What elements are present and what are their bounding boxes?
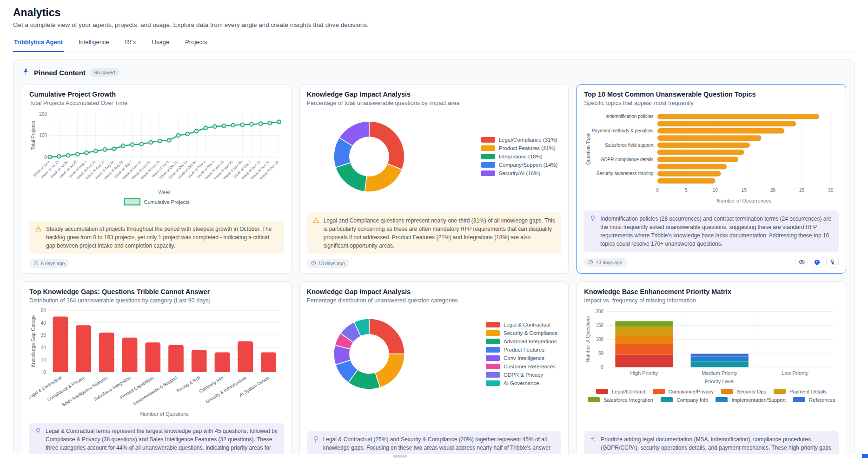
legend-swatch xyxy=(486,372,500,378)
unpin-button[interactable] xyxy=(826,257,839,268)
svg-text:20: 20 xyxy=(41,345,46,350)
card-actions xyxy=(795,257,839,268)
card-title: Cumulative Project Growth xyxy=(29,91,284,98)
svg-text:Security & Infrastructure: Security & Infrastructure xyxy=(205,375,247,404)
legend-swatch xyxy=(486,330,500,336)
legend-swatch xyxy=(774,389,786,394)
legend-swatch xyxy=(481,154,495,159)
pinned-cards-grid: Cumulative Project Growth Total Projects… xyxy=(22,84,846,458)
card-top-knowledge-gaps[interactable]: Top Knowledge Gaps: Questions Tribble Ca… xyxy=(22,281,292,458)
annotation-insight: Indemnification policies (28 occurrences… xyxy=(584,210,839,252)
saved-count-badge: 66 saved xyxy=(90,68,120,77)
annotation-warning: Legal and Compliance questions represent… xyxy=(307,212,562,254)
svg-text:Payment methods & penalties: Payment methods & penalties xyxy=(592,128,654,133)
svg-text:Cumulative Projects: Cumulative Projects xyxy=(144,199,190,205)
legend-item: Company/Support (14%) xyxy=(481,162,558,168)
card-subtitle: Impact vs. frequency of missing informat… xyxy=(584,297,839,304)
warning-icon xyxy=(312,217,319,250)
tab-intelligence[interactable]: Intelligence xyxy=(78,36,110,52)
svg-text:Number of Occurrences: Number of Occurrences xyxy=(717,198,772,203)
card-title: Knowledge Base Enhancement Priority Matr… xyxy=(584,288,839,295)
card-title: Top Knowledge Gaps: Questions Tribble Ca… xyxy=(29,288,284,295)
line-chart: 0100200Week of Jul 6Week of Jul 13Week o… xyxy=(29,110,284,209)
svg-text:Implementation & Support: Implementation & Support xyxy=(132,375,178,406)
svg-text:Low Priority: Low Priority xyxy=(782,371,808,376)
legend-item: Payment Details xyxy=(774,389,827,394)
legend-swatch xyxy=(486,380,500,386)
tab-usage[interactable]: Usage xyxy=(151,36,171,52)
warning-icon xyxy=(35,225,42,250)
legend-item: References xyxy=(793,397,835,403)
card-priority-matrix[interactable]: Knowledge Base Enhancement Priority Matr… xyxy=(576,281,846,458)
card-knowledge-gap-impact-analysis[interactable]: Knowledge Gap Impact Analysis Percentage… xyxy=(299,84,569,274)
svg-text:GDPR compliance details: GDPR compliance details xyxy=(601,157,654,162)
clock-icon xyxy=(588,260,593,266)
timestamp-pill: 13 days ago xyxy=(307,259,349,268)
scrollbar-thumb[interactable] xyxy=(393,455,407,458)
pinned-content-section: Pinned Content 66 saved Cumulative Proje… xyxy=(13,59,855,458)
legend-swatch xyxy=(481,137,495,143)
legend-item: Product Features xyxy=(486,347,557,353)
svg-text:0: 0 xyxy=(44,155,47,160)
legend-item: Security Ops xyxy=(721,389,766,394)
svg-text:10: 10 xyxy=(41,358,46,363)
svg-text:20: 20 xyxy=(770,188,776,193)
legend-swatch xyxy=(661,397,673,402)
horizontal-bar-chart: 051015202530Indemnification policiesPaym… xyxy=(584,110,839,206)
svg-text:0: 0 xyxy=(656,188,659,193)
legend-swatch xyxy=(486,322,500,327)
svg-text:100: 100 xyxy=(596,337,604,342)
horizontal-scrollbar[interactable] xyxy=(0,454,868,458)
legend-item: Legal/Compliance (31%) xyxy=(481,137,558,143)
svg-text:Week: Week xyxy=(158,190,171,195)
tab-tribblytics-agent[interactable]: Tribblytics Agent xyxy=(13,36,64,52)
analytics-page: Analytics Get a complete view of your ag… xyxy=(0,0,868,458)
clock-icon xyxy=(33,261,39,267)
svg-text:150: 150 xyxy=(596,323,604,328)
insights-button[interactable] xyxy=(811,257,823,268)
vertical-bar-chart: 01020304050Legal & ContractualCompliance… xyxy=(29,308,284,418)
card-subtitle: Specific topics that appear most frequen… xyxy=(584,100,839,106)
annotation-text: Indemnification policies (28 occurrences… xyxy=(600,215,833,248)
svg-text:200: 200 xyxy=(39,111,47,117)
svg-text:10: 10 xyxy=(713,188,718,193)
tab-rfx[interactable]: RFx xyxy=(124,36,137,52)
svg-text:Pricing & ROI: Pricing & ROI xyxy=(176,375,201,393)
legend-swatch xyxy=(486,364,500,369)
card-top-10-unanswerable-topics[interactable]: Top 10 Most Common Unanswerable Question… xyxy=(576,84,846,274)
svg-text:Number of Questions: Number of Questions xyxy=(140,411,189,417)
card-subtitle: Total Projects Accumulated Over Time xyxy=(29,100,284,106)
svg-text:50: 50 xyxy=(41,308,46,313)
svg-text:Compliance & Privacy: Compliance & Privacy xyxy=(46,375,86,402)
card-knowledge-gap-impact-analysis-2[interactable]: Knowledge Gap Impact Analysis Percentage… xyxy=(299,281,569,458)
legend-swatch xyxy=(481,162,495,168)
legend-item: Advanced Integrations xyxy=(486,339,557,344)
timestamp-text: 13 days ago xyxy=(318,261,345,266)
legend-item: Salesforce Integration xyxy=(588,397,653,403)
svg-text:Indemnification policies: Indemnification policies xyxy=(605,114,653,119)
svg-text:Priority Level: Priority Level xyxy=(705,379,735,385)
legend-swatch xyxy=(653,389,665,394)
clock-icon xyxy=(311,261,316,267)
card-title: Knowledge Gap Impact Analysis xyxy=(307,91,562,98)
annotation-warning: Steady accumulation of projects througho… xyxy=(29,221,284,254)
legend-swatch xyxy=(588,397,600,402)
svg-text:Sales Intelligence Features: Sales Intelligence Features xyxy=(61,375,109,407)
annotation-text: Legal and Compliance questions represent… xyxy=(324,216,556,250)
card-subtitle: Percentage of total unanswerable questio… xyxy=(307,100,562,106)
view-button[interactable] xyxy=(795,257,808,268)
legend-item: Legal/Contract xyxy=(596,389,645,394)
pin-icon xyxy=(22,68,30,78)
legend-item: Customer References xyxy=(486,364,557,369)
insights-icon xyxy=(814,259,821,267)
svg-text:100: 100 xyxy=(39,133,47,138)
timestamp-text: 6 days ago xyxy=(41,261,65,266)
stacked-bar-chart: 050100150200High PriorityMedium Priority… xyxy=(584,308,839,403)
legend-swatch xyxy=(486,339,500,344)
card-cumulative-project-growth[interactable]: Cumulative Project Growth Total Projects… xyxy=(22,84,292,274)
svg-text:50: 50 xyxy=(598,351,604,356)
donut-chart: Legal/Compliance (31%)Product Features (… xyxy=(307,110,562,203)
legend-item: Legal & Contractual xyxy=(486,322,557,327)
legend-item: GDPR & Privacy xyxy=(486,372,557,378)
tab-projects[interactable]: Projects xyxy=(184,36,208,52)
